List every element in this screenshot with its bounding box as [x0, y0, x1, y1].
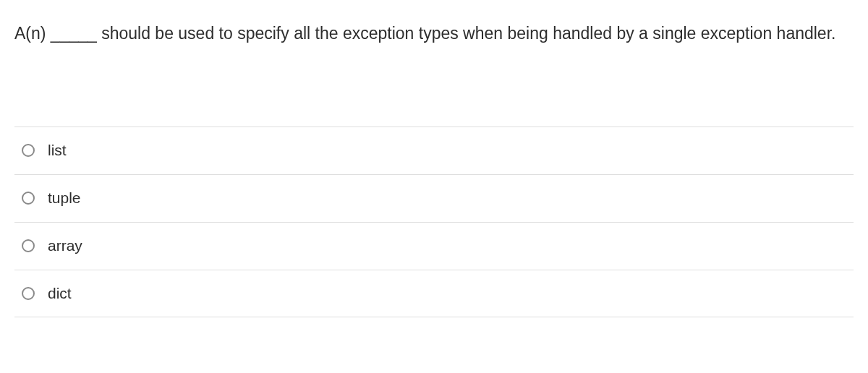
option-label: dict [48, 285, 72, 302]
option-list[interactable]: list [14, 127, 854, 174]
option-label: tuple [48, 189, 81, 207]
option-label: array [48, 237, 82, 254]
option-label: list [48, 142, 67, 159]
radio-icon [22, 192, 35, 205]
option-dict[interactable]: dict [14, 270, 854, 317]
quiz-container: A(n) _____ should be used to specify all… [0, 0, 868, 317]
radio-icon [22, 239, 35, 252]
option-array[interactable]: array [14, 222, 854, 270]
question-text: A(n) _____ should be used to specify all… [14, 20, 854, 47]
options-list: list tuple array dict [14, 127, 854, 317]
radio-icon [22, 144, 35, 157]
radio-icon [22, 287, 35, 300]
option-tuple[interactable]: tuple [14, 174, 854, 222]
